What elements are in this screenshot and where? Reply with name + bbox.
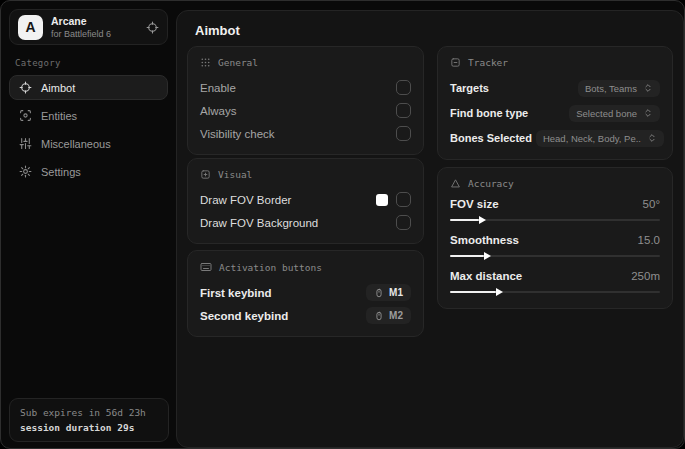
fov-size-slider[interactable] bbox=[450, 215, 660, 224]
draw-fov-border-checkbox[interactable] bbox=[396, 192, 411, 207]
always-checkbox[interactable] bbox=[396, 103, 411, 118]
gear-icon bbox=[19, 165, 32, 178]
sidebar: A Arcane for Battlefield 6 Category Aimb… bbox=[1, 1, 176, 448]
sliders-icon bbox=[19, 137, 32, 150]
fov-border-controls bbox=[376, 192, 411, 207]
tracker-card: Tracker Targets Bots, Teams Find bone ty… bbox=[437, 46, 673, 160]
first-keybind-button[interactable]: M1 bbox=[366, 284, 411, 301]
always-label: Always bbox=[200, 105, 236, 117]
draw-fov-background-checkbox[interactable] bbox=[396, 215, 411, 230]
visual-row: Draw FOV Background bbox=[200, 212, 411, 233]
visual-card: Visual Draw FOV Border Draw FOV Backgrou… bbox=[187, 158, 424, 244]
activation-card-title: Activation buttons bbox=[219, 262, 322, 273]
targets-dropdown[interactable]: Bots, Teams bbox=[578, 80, 660, 97]
scan-icon bbox=[19, 109, 32, 122]
chevrons-up-down-icon bbox=[647, 133, 657, 143]
activation-card-header: Activation buttons bbox=[200, 261, 411, 273]
smoothness-row: Smoothness 15.0 bbox=[450, 234, 660, 260]
general-row: Enable bbox=[200, 77, 411, 98]
sidebar-item-settings[interactable]: Settings bbox=[9, 159, 168, 184]
accuracy-card-title: Accuracy bbox=[468, 178, 514, 189]
visual-card-title: Visual bbox=[218, 169, 252, 180]
tracker-row: Targets Bots, Teams bbox=[450, 77, 660, 99]
smoothness-slider[interactable] bbox=[450, 251, 660, 260]
sidebar-item-aimbot[interactable]: Aimbot bbox=[9, 75, 168, 100]
targets-value: Bots, Teams bbox=[585, 83, 637, 94]
main-panel: Aimbot General Enable Always Visibility … bbox=[176, 10, 684, 448]
brand-subtitle: for Battlefield 6 bbox=[51, 29, 138, 39]
first-keybind-value: M1 bbox=[389, 287, 403, 298]
target-icon[interactable] bbox=[146, 21, 159, 34]
sidebar-item-label: Aimbot bbox=[41, 82, 75, 94]
page-title: Aimbot bbox=[195, 23, 240, 38]
draw-fov-border-label: Draw FOV Border bbox=[200, 194, 291, 206]
visibility-check-checkbox[interactable] bbox=[396, 126, 411, 141]
activation-card: Activation buttons First keybind M1 Seco… bbox=[187, 250, 424, 337]
targets-label: Targets bbox=[450, 82, 489, 94]
fov-size-row: FOV size 50° bbox=[450, 198, 660, 224]
visibility-check-label: Visibility check bbox=[200, 128, 275, 140]
fov-border-color-swatch[interactable] bbox=[376, 194, 388, 206]
keybind-row: First keybind M1 bbox=[200, 282, 411, 303]
chevrons-up-down-icon bbox=[643, 108, 653, 118]
mouse-icon bbox=[374, 311, 384, 321]
session-duration-text: session duration 29s bbox=[20, 422, 158, 433]
first-keybind-label: First keybind bbox=[200, 287, 272, 299]
crosshair-icon bbox=[19, 81, 32, 94]
sidebar-item-label: Miscellaneous bbox=[41, 138, 111, 150]
sidebar-item-label: Settings bbox=[41, 166, 81, 178]
square-minus-icon bbox=[450, 57, 461, 68]
sidebar-nav: Aimbot Entities Miscellaneous Settings bbox=[1, 75, 176, 184]
slider-fill bbox=[450, 255, 484, 257]
general-card-title: General bbox=[218, 57, 258, 68]
second-keybind-value: M2 bbox=[389, 310, 403, 321]
keyboard-icon bbox=[200, 261, 212, 273]
smoothness-label: Smoothness bbox=[450, 234, 519, 246]
fov-size-value: 50° bbox=[643, 198, 660, 210]
tracker-card-header: Tracker bbox=[450, 57, 660, 68]
tracker-card-title: Tracker bbox=[468, 57, 508, 68]
chevrons-up-down-icon bbox=[643, 83, 653, 93]
general-card-header: General bbox=[200, 57, 411, 68]
max-distance-row: Max distance 250m bbox=[450, 270, 660, 296]
find-bone-type-dropdown[interactable]: Selected bone bbox=[569, 105, 660, 122]
sidebar-item-entities[interactable]: Entities bbox=[9, 103, 168, 128]
enable-label: Enable bbox=[200, 82, 236, 94]
enable-checkbox[interactable] bbox=[396, 80, 411, 95]
brand-title: Arcane bbox=[51, 15, 138, 27]
bones-selected-value: Head, Neck, Body, Pe.. bbox=[543, 133, 641, 144]
brand-logo: A bbox=[18, 15, 43, 40]
subscription-info: Sub expires in 56d 23h session duration … bbox=[9, 398, 169, 442]
focus-plus-icon bbox=[200, 169, 211, 180]
fov-size-label: FOV size bbox=[450, 198, 499, 210]
bones-selected-dropdown[interactable]: Head, Neck, Body, Pe.. bbox=[536, 130, 664, 147]
smoothness-value: 15.0 bbox=[638, 234, 660, 246]
tracker-row: Find bone type Selected bone bbox=[450, 102, 660, 124]
smoothness-head: Smoothness 15.0 bbox=[450, 234, 660, 246]
app-window: A Arcane for Battlefield 6 Category Aimb… bbox=[0, 0, 685, 449]
max-distance-slider[interactable] bbox=[450, 287, 660, 296]
max-distance-label: Max distance bbox=[450, 270, 522, 282]
keybind-row: Second keybind M2 bbox=[200, 305, 411, 326]
brand-card: A Arcane for Battlefield 6 bbox=[9, 9, 168, 45]
category-label: Category bbox=[15, 58, 162, 68]
triangle-icon bbox=[450, 178, 461, 189]
sidebar-item-miscellaneous[interactable]: Miscellaneous bbox=[9, 131, 168, 156]
mouse-icon bbox=[374, 288, 384, 298]
fov-size-head: FOV size 50° bbox=[450, 198, 660, 210]
general-row: Visibility check bbox=[200, 123, 411, 144]
draw-fov-background-label: Draw FOV Background bbox=[200, 217, 318, 229]
brand-text: Arcane for Battlefield 6 bbox=[51, 15, 138, 39]
bones-selected-label: Bones Selected bbox=[450, 132, 532, 144]
general-row: Always bbox=[200, 100, 411, 121]
find-bone-type-label: Find bone type bbox=[450, 107, 528, 119]
max-distance-head: Max distance 250m bbox=[450, 270, 660, 282]
sub-expiry-text: Sub expires in 56d 23h bbox=[20, 407, 158, 418]
find-bone-type-value: Selected bone bbox=[576, 108, 637, 119]
accuracy-card-header: Accuracy bbox=[450, 178, 660, 189]
second-keybind-label: Second keybind bbox=[200, 310, 288, 322]
tracker-row: Bones Selected Head, Neck, Body, Pe.. bbox=[450, 127, 660, 149]
second-keybind-button[interactable]: M2 bbox=[366, 307, 411, 324]
grid-icon bbox=[200, 57, 211, 68]
max-distance-value: 250m bbox=[631, 270, 660, 282]
